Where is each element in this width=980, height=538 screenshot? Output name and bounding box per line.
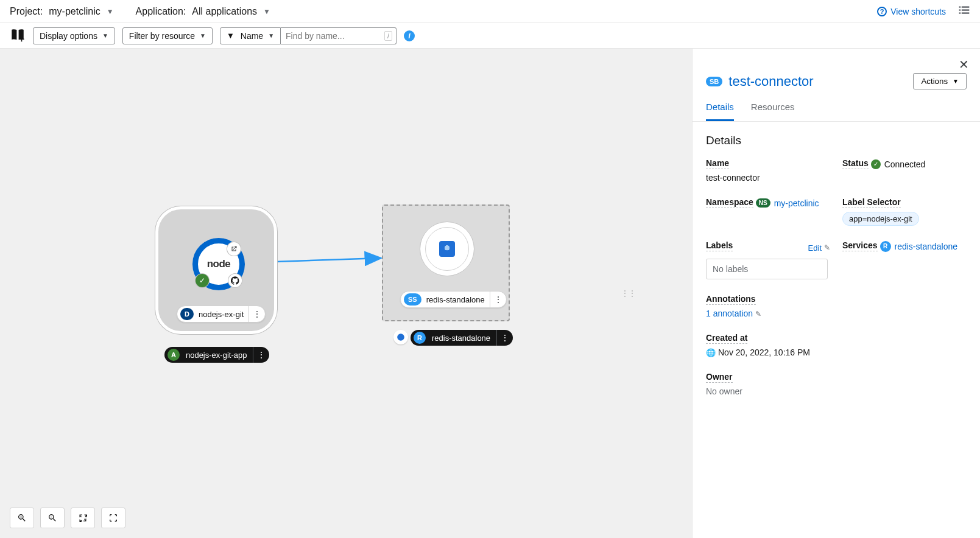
tab-resources[interactable]: Resources: [751, 102, 795, 121]
zoom-out-button[interactable]: [40, 508, 65, 528]
svg-rect-4: [959, 12, 961, 14]
list-view-toggle[interactable]: [958, 4, 970, 18]
field-label-services: Services: [842, 240, 878, 251]
zoom-in-button[interactable]: [10, 508, 34, 528]
resource-badge-statefulset: SS: [404, 293, 421, 306]
field-created-at: Created at 🌐Nov 20, 2022, 10:16 PM: [706, 333, 830, 357]
owner-value: No owner: [706, 386, 830, 396]
filter-kind-dropdown[interactable]: ▼ Name ▼: [220, 27, 281, 44]
github-icon: [231, 276, 239, 285]
resource-badge-servicebinding: SB: [706, 77, 722, 86]
svg-rect-5: [962, 12, 970, 14]
application-group-nodejs[interactable]: node ✓ D nodejs-ex-git ⋮: [155, 206, 277, 334]
view-shortcuts-link[interactable]: ? View shortcuts: [877, 7, 946, 16]
redis-inner-ring: [425, 227, 469, 271]
actions-dropdown[interactable]: Actions ▼: [913, 73, 967, 89]
reset-view-button[interactable]: [101, 508, 125, 528]
selector-chip[interactable]: app=nodejs-ex-git: [842, 212, 919, 226]
kebab-menu[interactable]: ⋮: [249, 306, 265, 322]
filter-kind-label: Name: [241, 31, 263, 41]
status-decorator[interactable]: ✓: [196, 274, 209, 287]
field-value-status: ✓ Connected: [871, 159, 926, 169]
group-label-nodejs-app[interactable]: A nodejs-ex-git-app ⋮: [164, 347, 269, 363]
edit-labels-link[interactable]: Edit ✎: [808, 243, 830, 253]
namespace-link[interactable]: NS my-petclinic: [756, 198, 819, 208]
field-status: Status ✓ Connected: [842, 158, 967, 183]
field-owner: Owner No owner: [706, 372, 830, 396]
context-bar-right: ? View shortcuts: [877, 4, 970, 18]
service-link[interactable]: R redis-standalone: [880, 241, 958, 252]
source-decorator[interactable]: [228, 274, 242, 287]
chevron-down-icon: ▼: [268, 32, 274, 39]
selector-chip-wrap: app=nodejs-ex-git: [842, 212, 967, 226]
statefulset-node-redis[interactable]: [420, 222, 474, 276]
namespace-name: my-petclinic: [774, 198, 819, 208]
quick-add-button[interactable]: [10, 27, 26, 44]
project-selector[interactable]: Project: my-petclinic ▼: [10, 6, 114, 17]
annotations-count: 1 annotation: [706, 309, 753, 318]
fit-to-screen-button[interactable]: [71, 508, 95, 528]
field-label-labels: Labels: [706, 240, 733, 251]
chevron-down-icon: ▼: [200, 32, 206, 39]
tab-details[interactable]: Details: [706, 102, 734, 121]
kebab-menu[interactable]: ⋮: [490, 292, 506, 307]
catalog-icon: [10, 27, 26, 43]
resource-badge-redis: R: [414, 332, 426, 344]
chevron-down-icon: ▼: [263, 7, 270, 16]
application-selector[interactable]: Application: All applications ▼: [136, 6, 270, 17]
kebab-menu[interactable]: ⋮: [496, 330, 513, 346]
group-label-redis-operator[interactable]: R redis-standalone ⋮: [411, 330, 513, 346]
side-panel-header: SB test-connector Actions ▼: [693, 49, 980, 89]
info-icon[interactable]: i: [404, 30, 415, 41]
node-label-nodejs[interactable]: D nodejs-ex-git ⋮: [177, 306, 266, 323]
check-circle-icon: ✓: [871, 159, 881, 169]
annotations-link[interactable]: 1 annotation ✎: [706, 309, 830, 318]
context-bar: Project: my-petclinic ▼ Application: All…: [0, 0, 980, 23]
node-label-redis[interactable]: SS redis-standalone ⋮: [400, 291, 507, 308]
filter-by-resource-dropdown[interactable]: Filter by resource ▼: [122, 27, 213, 44]
field-name: Name test-connector: [706, 158, 830, 183]
panel-splitter[interactable]: ⋮⋮: [626, 49, 631, 538]
resource-badge-deployment: D: [180, 308, 194, 320]
route-decorator[interactable]: [227, 242, 241, 256]
view-shortcuts-label: View shortcuts: [890, 7, 946, 16]
created-at-text: Nov 20, 2022, 10:16 PM: [718, 348, 810, 357]
topology-toolbar: Display options ▼ Filter by resource ▼ ▼…: [0, 23, 980, 49]
field-label-namespace: Namespace: [706, 197, 753, 208]
created-at-value: 🌐Nov 20, 2022, 10:16 PM: [706, 348, 830, 357]
runtime-icon-nodejs: node: [207, 258, 231, 270]
chevron-down-icon: ▼: [953, 78, 959, 85]
find-by-name-input[interactable]: [286, 31, 391, 41]
display-options-dropdown[interactable]: Display options ▼: [33, 27, 115, 44]
funnel-icon: ▼: [227, 31, 234, 40]
svg-rect-1: [962, 6, 970, 8]
node-label-text: nodejs-ex-git: [194, 307, 249, 321]
field-label-annotations: Annotations: [706, 294, 756, 305]
details-grid: Name test-connector Status ✓ Connected N…: [706, 158, 967, 396]
project-name: my-petclinic: [49, 6, 100, 17]
zoom-out-icon: [48, 513, 57, 523]
deployment-node-nodejs[interactable]: node ✓: [192, 238, 245, 290]
svg-rect-2: [959, 9, 961, 10]
pencil-icon: ✎: [824, 243, 830, 252]
svg-point-10: [397, 334, 404, 341]
svg-rect-0: [959, 6, 961, 8]
labels-empty-box: No labels: [706, 259, 828, 279]
connector-arrow[interactable]: [0, 49, 626, 536]
help-icon: ?: [877, 7, 887, 16]
application-name: All applications: [192, 6, 257, 17]
keyboard-shortcut-slash: /: [384, 31, 392, 41]
zoom-controls: [10, 508, 125, 528]
field-label-name: Name: [706, 158, 729, 169]
expand-icon: [108, 513, 118, 523]
node-label-text: redis-standalone: [421, 293, 490, 307]
operator-badge-circle[interactable]: [393, 330, 408, 344]
side-panel-body: Details Name test-connector Status ✓ Con…: [693, 122, 980, 408]
close-panel-button[interactable]: ✕: [959, 57, 969, 72]
side-panel-tabs: Details Resources: [693, 89, 980, 122]
operator-group-redis[interactable]: SS redis-standalone ⋮: [382, 204, 510, 321]
edit-label-text: Edit: [808, 243, 822, 253]
service-name: redis-standalone: [895, 242, 958, 251]
display-options-label: Display options: [40, 31, 97, 41]
details-side-panel: ✕ SB test-connector Actions ▼ Details Re…: [692, 49, 980, 538]
